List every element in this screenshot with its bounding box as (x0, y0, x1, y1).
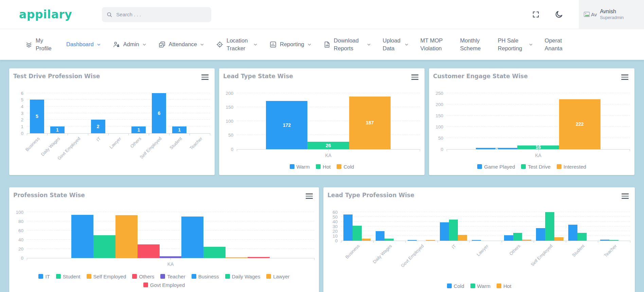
nav-item-download-reports[interactable]: Download Reports (323, 37, 371, 52)
search-input[interactable] (115, 11, 207, 18)
y-axis-label: 20 (333, 228, 338, 234)
bar-ka-interested[interactable]: 222 (559, 99, 601, 149)
bar-ka-govt-employed[interactable] (248, 257, 270, 258)
plot-series: 616222 (447, 93, 630, 149)
legend-swatch (143, 282, 148, 287)
bar-self-employed-hot[interactable] (554, 237, 564, 241)
bar-daily-wages-cold[interactable] (376, 231, 385, 241)
nav-item-my-profile[interactable]: My Profile (25, 37, 54, 52)
legend-item-lawyer[interactable]: Lawyer (266, 274, 289, 279)
legend-item-warm[interactable]: Warm (470, 283, 490, 289)
legend-item-warm[interactable]: Warm (290, 164, 310, 170)
legend-label: Self Employed (93, 274, 126, 279)
bar-ka-self-employed[interactable] (115, 215, 138, 258)
bar-business-test-drive[interactable]: 5 (30, 100, 44, 133)
legend-label: Game Played (484, 164, 515, 170)
legend-item-student[interactable]: Student (56, 274, 80, 279)
legend-swatch (521, 164, 526, 169)
nav-item-ph-sale-reporting[interactable]: PH Sale Reporting (498, 37, 533, 52)
legend-item-cold[interactable]: Cold (447, 283, 464, 289)
legend-swatch (316, 164, 321, 169)
nav-label: Monthly Scheme (460, 37, 486, 52)
nav-item-admin[interactable]: Admin (113, 40, 146, 48)
bar-chart: 0123456512161BusinessDaily WagesGovt Emp… (9, 93, 215, 168)
y-axis-label: 250 (435, 90, 443, 96)
nav-item-upload-data[interactable]: Upload Data (383, 37, 409, 52)
user-menu[interactable]: Av Avnish Superadmin (579, 0, 644, 29)
x-axis-label: Govt Employed (400, 243, 425, 268)
legend-item-interested[interactable]: Interested (557, 164, 586, 170)
y-axis-label: 50 (228, 133, 233, 138)
bar-daily-wages-warm[interactable] (384, 239, 394, 241)
bar-govt-employed-cold[interactable] (408, 240, 417, 240)
y-axis-label: 0 (21, 255, 23, 260)
chart-context-menu-icon[interactable] (621, 193, 629, 200)
bar-business-warm[interactable] (353, 226, 362, 240)
bar-teacher-cold[interactable] (600, 240, 609, 241)
bar-others-warm[interactable] (513, 233, 522, 240)
legend-item-daily-wages[interactable]: Daily Wages (225, 274, 261, 279)
chart-context-menu-icon[interactable] (411, 74, 419, 81)
nav-item-monthly-scheme[interactable]: Monthly Scheme (460, 37, 486, 52)
bar-ka-cold[interactable]: 187 (349, 97, 391, 149)
bar-it-cold[interactable] (440, 222, 449, 240)
nav-item-attendance[interactable]: Attendance (158, 40, 204, 48)
nav-item-location-tracker[interactable]: Location Tracker (216, 37, 257, 52)
legend-item-teacher[interactable]: Teacher (160, 274, 185, 279)
bar-teacher-warm[interactable] (609, 240, 619, 240)
legend-item-self-employed[interactable]: Self Employed (87, 274, 126, 279)
legend-item-hot[interactable]: Hot (497, 283, 511, 289)
bar-ka-business[interactable] (181, 217, 203, 258)
legend-item-business[interactable]: Business (192, 274, 219, 279)
nav-item-dashboard[interactable]: Dashboard (66, 40, 101, 48)
bar-student-cold[interactable] (568, 225, 577, 240)
legend-item-game-played[interactable]: Game Played (477, 164, 515, 170)
legend-item-test-drive[interactable]: Test Drive (521, 164, 551, 170)
bar-others-cold[interactable] (504, 235, 513, 240)
bar-ka-lawyer[interactable] (226, 257, 248, 258)
bar-ka-student[interactable] (93, 235, 115, 258)
nav-label: PH Sale Reporting (498, 37, 526, 52)
bar-govt-employed-hot[interactable] (426, 240, 435, 240)
dashboard-content: Test Drive Profession Wise 0123456512161… (0, 60, 644, 292)
nav-item-operat-ananta[interactable]: Operat Ananta (545, 37, 566, 52)
bar-ka-it[interactable] (71, 215, 93, 258)
bar-student-warm[interactable] (577, 233, 587, 240)
bar-ka-warm[interactable]: 172 (266, 101, 307, 149)
legend-item-others[interactable]: Others (132, 274, 154, 279)
legend-swatch (290, 164, 294, 169)
bar-it-test-drive[interactable]: 2 (91, 120, 105, 133)
bar-others-test-drive[interactable]: 1 (131, 126, 146, 133)
bar-business-hot[interactable] (362, 239, 371, 241)
bar-ka-hot[interactable]: 26 (307, 142, 349, 149)
chart-context-menu-icon[interactable] (305, 193, 314, 200)
legend-item-cold[interactable]: Cold (337, 164, 354, 170)
fullscreen-icon[interactable] (532, 11, 540, 18)
bar-others-hot[interactable] (522, 240, 531, 241)
bar-self-employed-cold[interactable] (536, 228, 545, 240)
legend-item-it[interactable]: IT (38, 274, 50, 279)
chart-context-menu-icon[interactable] (201, 74, 209, 81)
bar-daily-wages-test-drive[interactable]: 1 (50, 126, 65, 133)
bar-ka-test-drive[interactable]: 16 (517, 145, 559, 149)
y-axis-label: 100 (226, 119, 233, 124)
bar-self-employed-test-drive[interactable]: 6 (152, 93, 166, 133)
bar-it-hot[interactable] (458, 235, 467, 241)
bar-lawyer-cold[interactable] (472, 240, 481, 240)
bar-self-employed-warm[interactable] (545, 212, 554, 241)
bar-ka-others[interactable] (138, 244, 160, 258)
bar-group (111, 93, 126, 133)
bar-ka-daily-wages[interactable] (203, 247, 226, 258)
plot-series: 512161 (27, 93, 210, 133)
bar-business-cold[interactable] (343, 214, 353, 241)
bar-student-test-drive[interactable]: 1 (172, 126, 186, 133)
app-logo[interactable]: appilary (19, 8, 72, 21)
legend-item-govt-employed[interactable]: Govt Employed (143, 282, 185, 288)
nav-item-reporting[interactable]: Reporting (269, 40, 311, 48)
bar-it-warm[interactable] (449, 220, 458, 241)
chart-context-menu-icon[interactable] (621, 74, 629, 81)
chart-title: Lead Type Profession Wise (327, 192, 414, 199)
nav-item-mt-mop-violation[interactable]: MT MOP Violation (421, 37, 448, 52)
dark-mode-moon-icon[interactable] (555, 10, 563, 19)
legend-item-hot[interactable]: Hot (316, 164, 330, 170)
